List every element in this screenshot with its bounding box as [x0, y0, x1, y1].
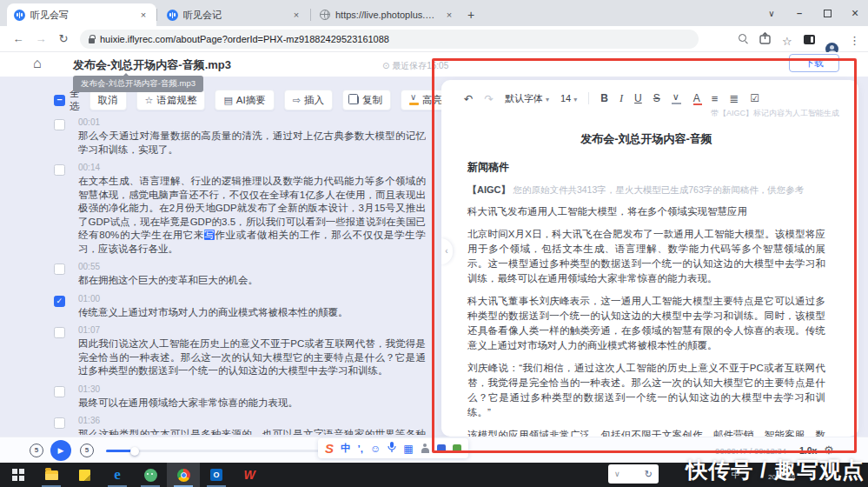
timestamp[interactable]: 01:36 [78, 416, 426, 425]
start-button[interactable] [2, 463, 35, 487]
play-button[interactable] [50, 440, 71, 461]
player-settings-gear-icon[interactable] [824, 444, 834, 457]
segment-text[interactable]: 最终可以在通用领域给大家非常惊喜的能力表现。 [78, 397, 426, 410]
chevron-down-icon [546, 93, 549, 103]
tab-close-icon[interactable] [290, 9, 302, 21]
paragraph: 科大讯飞发布通用人工智能大模型，将在多个领域实现智慧应用 [467, 204, 825, 219]
segment-text[interactable]: 那么这种类型的文本可以是多种来源的，也可以是文字语音独家的世界等各种阶段。 [78, 428, 426, 435]
tab-close-icon[interactable] [137, 9, 149, 21]
paragraph: 北京时间X月X日，科大讯飞在合肥发布了一款通用人工智能大模型。该模型将应用于多个… [467, 227, 825, 286]
undo-icon[interactable] [464, 92, 473, 105]
taskbar-file-explorer[interactable] [35, 463, 68, 487]
segment-text[interactable]: 都在拥抱这个巨大的变革和巨大的机会。 [78, 274, 426, 288]
bold-icon[interactable] [600, 92, 608, 104]
forward-button[interactable] [33, 31, 49, 47]
window-restore-button[interactable] [814, 0, 840, 26]
taskbar-outlook[interactable]: O [200, 463, 233, 487]
timestamp[interactable]: 01:00 [78, 294, 426, 304]
tab-title: https://live.photoplus.cn/live/ [335, 10, 438, 20]
progress-handle[interactable] [130, 447, 139, 456]
microphone-icon[interactable] [388, 441, 396, 457]
segment-checkbox[interactable] [54, 417, 65, 429]
refresh-icon[interactable] [645, 469, 653, 480]
skip-forward-5s-button[interactable]: 5 [80, 444, 94, 457]
reload-button[interactable] [56, 31, 71, 47]
font-size-select[interactable]: 14 [560, 93, 577, 103]
align-icon[interactable] [712, 92, 719, 105]
font-color-icon[interactable] [693, 92, 700, 104]
keyboard-icon[interactable] [403, 443, 413, 455]
italic-icon[interactable] [620, 92, 623, 105]
playback-speed[interactable]: 1.0x [799, 445, 817, 456]
ai-summary-button[interactable]: AI摘要 [215, 90, 274, 110]
segment-checkbox[interactable] [54, 119, 65, 130]
sogou-logo-icon[interactable]: S [325, 441, 334, 456]
emoji-icon[interactable] [370, 443, 381, 455]
segment-checkbox[interactable] [54, 264, 65, 275]
document-body[interactable]: 发布会-刘总开场内容-音频 新闻稿件 【AIGC】 您的原始文件共3413字，星… [441, 119, 858, 437]
window-close-button[interactable] [842, 0, 868, 26]
taskbar-chrome-active[interactable] [167, 463, 200, 487]
ime-punctuation-icon[interactable]: ’, [358, 444, 363, 454]
tab-tingjian-huixie[interactable]: 听见会写 [7, 3, 156, 26]
font-family-select[interactable]: 默认字体 [505, 92, 549, 105]
segment-checkbox-checked[interactable] [54, 296, 65, 307]
timestamp[interactable]: 01:30 [78, 384, 426, 394]
taskbar-edge[interactable]: e [101, 463, 134, 487]
task-list-icon[interactable] [750, 92, 759, 104]
skip-back-5s-button[interactable]: 5 [30, 444, 43, 457]
text-highlight-icon[interactable] [672, 93, 682, 104]
chevron-down-icon[interactable] [614, 470, 620, 478]
list-icon[interactable] [729, 92, 739, 105]
download-button[interactable]: 下载 [789, 54, 839, 72]
back-button[interactable] [10, 31, 26, 47]
transcript-item: 00:01 那么今天通过对海量数据的高质量的清洗，通过对上亿古典参数大模型的记忆… [54, 117, 426, 157]
segment-checkbox[interactable] [54, 386, 65, 397]
redo-icon[interactable] [484, 92, 493, 105]
tab-search-chevron-icon[interactable] [759, 0, 785, 26]
browser-menu-icon[interactable] [849, 32, 860, 48]
copy-button[interactable]: 复制 [342, 90, 391, 110]
taskbar-sticky-notes[interactable] [68, 463, 101, 487]
strikethrough-icon[interactable] [653, 92, 660, 104]
timestamp[interactable]: 00:14 [78, 163, 426, 172]
tray-widget[interactable] [608, 464, 659, 484]
underline-icon[interactable] [634, 92, 642, 104]
wps-icon: W [243, 468, 255, 482]
new-tab-button[interactable] [462, 6, 480, 23]
tab-tingjian-huiji[interactable]: 听见会记 [160, 3, 309, 26]
ime-skin-icon[interactable] [453, 444, 461, 453]
ime-profile-icon[interactable] [421, 444, 430, 453]
insert-button[interactable]: 插入 [284, 90, 333, 110]
ime-toolbox-icon[interactable] [437, 444, 446, 453]
taskbar-wechat[interactable] [134, 463, 167, 487]
home-icon[interactable] [33, 56, 42, 71]
segment-text[interactable]: 那么今天通过对海量数据的高质量的清洗，通过对上亿古典参数大模型的记忆学习和训练，… [78, 130, 426, 157]
insert-label: 插入 [304, 94, 324, 107]
segment-text[interactable]: 因此我们说这次人工智能在历史上的意义不亚于PC或者互联网代替，我觉得是完全恰当的… [78, 337, 426, 378]
url-omnibox[interactable]: huixie.iflyrec.com/aboutPage?orderId=PHX… [80, 30, 699, 49]
zoom-magnifier-icon[interactable] [737, 32, 749, 44]
share-icon[interactable] [759, 32, 771, 48]
segment-checkbox[interactable] [54, 164, 65, 176]
window-minimize-button[interactable] [786, 0, 812, 26]
autosave-status: 最近保存15:05 [382, 60, 448, 72]
smooth-text-button[interactable]: 语篇规整 [136, 90, 206, 110]
taskbar-wps[interactable]: W [233, 463, 266, 487]
timestamp[interactable]: 00:01 [78, 117, 426, 127]
tab-photoplus[interactable]: https://live.photoplus.cn/live/ [313, 3, 462, 26]
bookmark-star-icon[interactable] [782, 33, 792, 49]
side-panel-icon[interactable] [804, 35, 815, 44]
tab-close-icon[interactable] [443, 9, 455, 21]
ime-language-icon[interactable]: 中 [341, 442, 351, 455]
segment-checkbox[interactable] [54, 327, 65, 338]
select-all-checkbox[interactable] [54, 95, 65, 106]
segment-text[interactable]: 传统意义上通过对市场对人力的商业模式将被根本性的颠覆。 [78, 306, 426, 320]
document-editor-panel: 默认字体 14 带【AIGC】标记内容为人工智能生成 发布会-刘总开场内容-音频… [441, 80, 858, 437]
cancel-button[interactable]: 取消 [89, 90, 127, 110]
segment-text[interactable]: 在文本生成、语言理解、行业的逻辑推理以及数学能力代码能力等多个领域的智慧体现，感… [78, 175, 426, 256]
timestamp[interactable]: 00:55 [78, 262, 426, 271]
timestamp[interactable]: 01:07 [78, 325, 426, 335]
chevron-down-icon [573, 93, 577, 103]
document-icon [223, 95, 232, 106]
